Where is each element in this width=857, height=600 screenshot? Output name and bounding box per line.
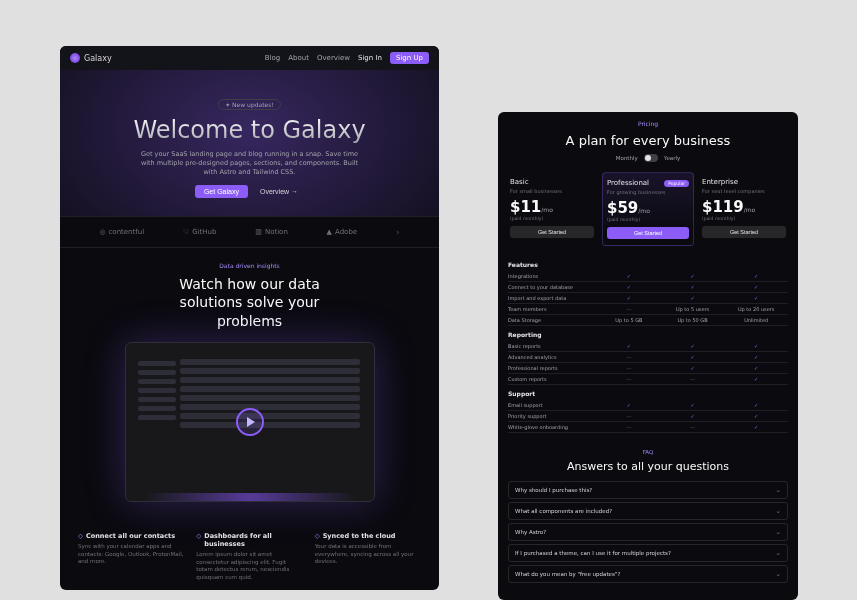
compare-row: Data StorageUp to 5 GBUp to 50 GBUnlimit… xyxy=(508,315,788,326)
compare-value: ✓ xyxy=(724,402,788,408)
plan-note: (paid monthly) xyxy=(607,217,689,222)
feature-desc: Your data is accessible from everywhere,… xyxy=(315,543,421,566)
faq-question: Why Astro? xyxy=(515,529,546,535)
billing-toggle[interactable]: Monthly Yearly xyxy=(498,154,798,162)
compare-value: ✓ xyxy=(597,295,661,301)
compare-value: ✓ xyxy=(661,365,725,371)
faq-eyebrow: FAQ xyxy=(508,449,788,455)
compare-value: ✓ xyxy=(724,284,788,290)
compare-value: ✓ xyxy=(661,284,725,290)
plan-per: /mo xyxy=(744,206,756,213)
compare-row: Import and export data✓✓✓ xyxy=(508,293,788,304)
feature-desc: Sync with your calendar apps and contact… xyxy=(78,543,184,566)
faq-item-4[interactable]: What do you mean by "free updates"?⌄ xyxy=(508,565,788,583)
plan-professional: ProfessionalPopularFor growing businesse… xyxy=(602,172,694,246)
compare-label: Email support xyxy=(508,402,597,408)
logo-github: ♡ GitHub xyxy=(183,228,217,236)
faq-question: If I purchased a theme, can I use it for… xyxy=(515,550,671,556)
compare-value: ✓ xyxy=(724,354,788,360)
popular-badge: Popular xyxy=(664,180,689,187)
faq-item-0[interactable]: Why should I purchase this?⌄ xyxy=(508,481,788,499)
pricing-title: A plan for every business xyxy=(498,133,798,148)
faq-item-1[interactable]: What all components are included?⌄ xyxy=(508,502,788,520)
plan-name: Basic xyxy=(510,178,529,186)
compare-row: Connect to your database✓✓✓ xyxy=(508,282,788,293)
plan-name: Enterprise xyxy=(702,178,738,186)
chevron-down-icon: ⌄ xyxy=(775,528,781,536)
compare-section: Support xyxy=(508,385,788,400)
scroll-right-icon[interactable]: › xyxy=(396,227,400,237)
video-preview[interactable] xyxy=(125,342,375,502)
hero-title: Welcome to Galaxy xyxy=(80,116,419,144)
compare-row: Advanced analytics—✓✓ xyxy=(508,352,788,363)
feature-title: Dashboards for all businesses xyxy=(204,532,302,548)
feature-1: ◇Dashboards for all businessesLorem ipsu… xyxy=(196,532,302,582)
chevron-down-icon: ⌄ xyxy=(775,486,781,494)
compare-value: ✓ xyxy=(724,273,788,279)
nav-about[interactable]: About xyxy=(288,54,309,62)
chevron-down-icon: ⌄ xyxy=(775,507,781,515)
compare-value: ✓ xyxy=(597,273,661,279)
plan-sub: For growing businesses xyxy=(607,189,689,195)
compare-value: — xyxy=(597,413,661,419)
plan-enterprise: EnterpriseFor next level companies$119/m… xyxy=(698,172,790,246)
hero: ✦ New updates! Welcome to Galaxy Get you… xyxy=(60,70,439,216)
compare-value: ✓ xyxy=(661,402,725,408)
chevron-down-icon: ⌄ xyxy=(775,570,781,578)
logo-contentful: ◎ contentful xyxy=(99,228,144,236)
compare-value: Unlimited xyxy=(724,317,788,323)
compare-value: ✓ xyxy=(661,273,725,279)
faq-question: Why should I purchase this? xyxy=(515,487,592,493)
get-galaxy-button[interactable]: Get Galaxy xyxy=(195,185,248,198)
get-started-button[interactable]: Get Started xyxy=(702,226,786,238)
compare-section: Features xyxy=(508,256,788,271)
logo-notion: ▥ Notion xyxy=(255,228,288,236)
compare-value: ✓ xyxy=(724,365,788,371)
compare-label: Integrations xyxy=(508,273,597,279)
play-icon[interactable] xyxy=(236,408,264,436)
feature-title: Connect all our contacts xyxy=(86,532,175,540)
brand[interactable]: Galaxy xyxy=(70,53,112,63)
faq-item-2[interactable]: Why Astro?⌄ xyxy=(508,523,788,541)
feature-0: ◇Connect all our contactsSync with your … xyxy=(78,532,184,582)
get-started-button[interactable]: Get Started xyxy=(510,226,594,238)
compare-value: — xyxy=(661,424,725,430)
signin-link[interactable]: Sign In xyxy=(358,54,382,62)
plan-note: (paid monthly) xyxy=(510,216,594,221)
plan-name: Professional xyxy=(607,179,649,187)
top-nav: Galaxy Blog About Overview Sign In Sign … xyxy=(60,46,439,70)
plan-note: (paid monthly) xyxy=(702,216,786,221)
compare-value: Up to 5 GB xyxy=(597,317,661,323)
faq-item-3[interactable]: If I purchased a theme, can I use it for… xyxy=(508,544,788,562)
overview-button[interactable]: Overview → xyxy=(254,185,304,198)
feature-title: Synced to the cloud xyxy=(323,532,396,540)
insights-section: Data driven insights Watch how our data … xyxy=(60,248,439,516)
compare-label: Advanced analytics xyxy=(508,354,597,360)
nav-blog[interactable]: Blog xyxy=(265,54,280,62)
hero-desc: Get your SaaS landing page and blog runn… xyxy=(135,150,365,177)
faq-title: Answers to all your questions xyxy=(508,460,788,473)
signup-button[interactable]: Sign Up xyxy=(390,52,429,64)
compare-value: ✓ xyxy=(597,402,661,408)
compare-value: ✓ xyxy=(724,413,788,419)
faq-question: What do you mean by "free updates"? xyxy=(515,571,620,577)
get-started-button[interactable]: Get Started xyxy=(607,227,689,239)
compare-value: ✓ xyxy=(597,343,661,349)
compare-value: — xyxy=(597,376,661,382)
compare-value: ✓ xyxy=(661,413,725,419)
compare-value: Up to 20 users xyxy=(724,306,788,312)
compare-label: Basic reports xyxy=(508,343,597,349)
compare-row: Email support✓✓✓ xyxy=(508,400,788,411)
logo-adobe: ▲ Adobe xyxy=(327,228,358,236)
updates-badge[interactable]: ✦ New updates! xyxy=(218,99,281,110)
compare-value: ✓ xyxy=(724,424,788,430)
compare-section: Reporting xyxy=(508,326,788,341)
compare-value: ✓ xyxy=(724,376,788,382)
nav-overview[interactable]: Overview xyxy=(317,54,350,62)
plan-price: $11 xyxy=(510,198,541,216)
plan-sub: For next level companies xyxy=(702,188,786,194)
compare-row: Team members—Up to 5 usersUp to 20 users xyxy=(508,304,788,315)
compare-label: White-glove onboarding xyxy=(508,424,597,430)
compare-value: — xyxy=(597,354,661,360)
toggle-switch[interactable] xyxy=(644,154,658,162)
